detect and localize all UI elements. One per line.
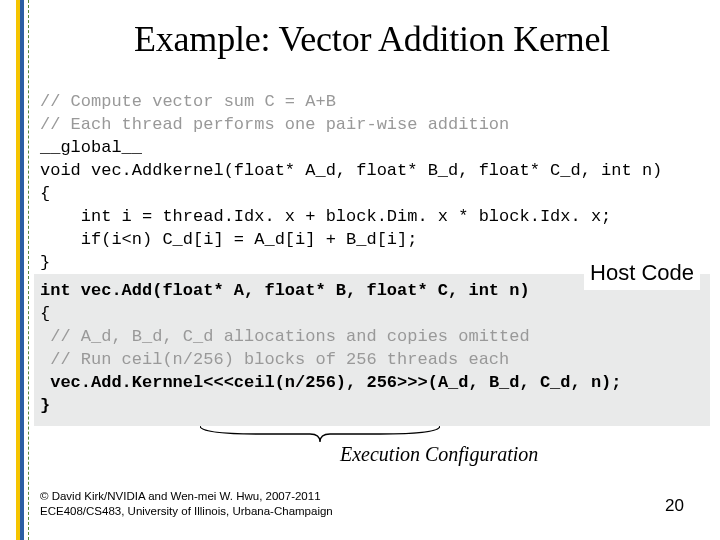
host-code-box: Host Codeint vec.Add(float* A, float* B,… <box>34 274 710 426</box>
execution-config-label: Execution Configuration <box>340 443 538 466</box>
code-line: } <box>40 253 50 272</box>
page-number: 20 <box>665 496 684 516</box>
code-line: } <box>40 396 50 415</box>
code-line: vec.Add.Kernnel<<< <box>40 373 234 392</box>
green-dashed-rule <box>28 0 29 540</box>
code-line: int i = thread.Idx. x + block.Dim. x * b… <box>40 207 611 226</box>
footer-line: © David Kirk/NVIDIA and Wen-mei W. Hwu, … <box>40 489 704 503</box>
slide-title: Example: Vector Addition Kernel <box>40 18 704 60</box>
code-line: >>>(A_d, B_d, C_d, n); <box>397 373 621 392</box>
code-comment: // Compute vector sum C = A+B <box>40 92 336 111</box>
left-accent-bar <box>16 0 24 540</box>
code-line: if(i<n) C_d[i] = A_d[i] + B_d[i]; <box>40 230 417 249</box>
slide-content: Example: Vector Addition Kernel // Compu… <box>40 18 704 526</box>
code-comment: // A_d, B_d, C_d allocations and copies … <box>40 327 530 346</box>
blue-bar <box>20 0 24 540</box>
code-line: void vec.Addkernel(float* A_d, float* B_… <box>40 161 662 180</box>
code-comment: // Run ceil(n/256) blocks of 256 threads… <box>40 350 509 369</box>
footer-credits: © David Kirk/NVIDIA and Wen-mei W. Hwu, … <box>40 489 704 518</box>
code-line: ceil(n/256), 256 <box>234 373 397 392</box>
code-line: __global__ <box>40 138 142 157</box>
code-block: // Compute vector sum C = A+B // Each th… <box>40 68 704 472</box>
code-line: { <box>40 304 50 323</box>
code-comment: // Each thread performs one pair-wise ad… <box>40 115 509 134</box>
code-line: { <box>40 184 50 203</box>
host-code-label: Host Code <box>584 256 700 290</box>
curly-brace-icon <box>200 424 440 444</box>
code-line: int vec.Add(float* A, float* B, float* C… <box>40 281 530 300</box>
footer-line: ECE408/CS483, University of Illinois, Ur… <box>40 504 704 518</box>
